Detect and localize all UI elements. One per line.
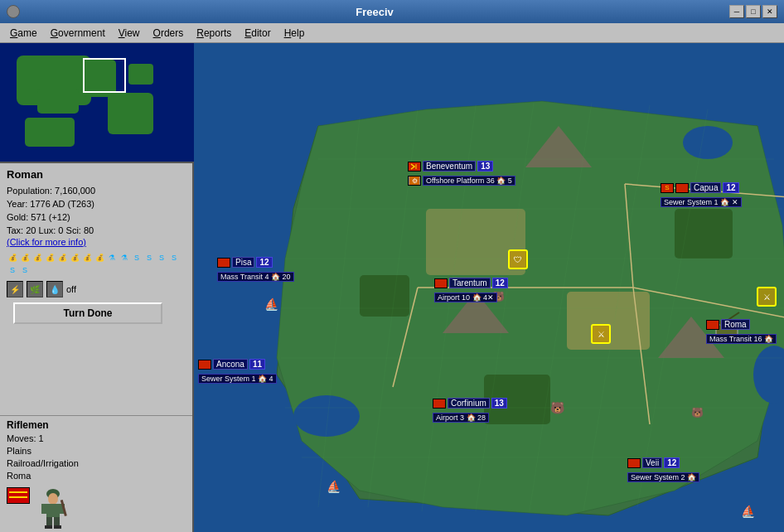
maximize-button[interactable]: □ bbox=[746, 5, 761, 18]
svg-rect-18 bbox=[360, 275, 409, 317]
menu-game[interactable]: Game bbox=[3, 26, 44, 41]
unit-name: Riflemen bbox=[7, 419, 186, 431]
svg-text:🐻: 🐻 bbox=[550, 401, 565, 415]
svg-text:⚔: ⚔ bbox=[763, 293, 771, 302]
minimap-viewport bbox=[83, 58, 126, 93]
svg-text:🛡: 🛡 bbox=[514, 255, 522, 264]
svg-rect-50 bbox=[716, 325, 738, 341]
off-label: off bbox=[66, 284, 76, 294]
menu-bar: Game Government View Orders Reports Edit… bbox=[0, 23, 784, 43]
tax-coin-7: 💰 bbox=[81, 252, 93, 264]
menu-editor[interactable]: Editor bbox=[238, 26, 277, 41]
unit-location: Roma bbox=[7, 470, 186, 482]
title-bar: Freeciv ─ □ ✕ bbox=[0, 0, 784, 23]
svg-rect-8 bbox=[45, 525, 52, 529]
tax-coin-1: 💰 bbox=[7, 252, 18, 264]
window-title: Freeciv bbox=[20, 6, 729, 18]
minimap-land-4 bbox=[25, 118, 75, 147]
tax-info: Tax: 20 Lux: 0 Sci: 80 bbox=[7, 224, 186, 237]
tax-coin-3: 💰 bbox=[31, 252, 43, 264]
svg-point-14 bbox=[683, 126, 733, 159]
unit-sprite bbox=[36, 487, 70, 529]
minimap[interactable] bbox=[0, 43, 194, 163]
civ-name: Roman bbox=[7, 168, 186, 181]
tax-icons: 💰 💰 💰 💰 💰 💰 💰 💰 ⚗ ⚗ S S S S S S bbox=[7, 252, 186, 276]
menu-government[interactable]: Government bbox=[44, 26, 112, 41]
sci-icon-8: S bbox=[19, 264, 31, 276]
more-info-link[interactable]: (Click for more info) bbox=[7, 237, 186, 247]
menu-orders[interactable]: Orders bbox=[147, 26, 191, 41]
close-button[interactable]: ✕ bbox=[762, 5, 777, 18]
iso-map: ⚔ ⚔ 🛡 🐻 🐻 🐻 ⛵ ⛵ ⛵ bbox=[194, 43, 784, 532]
svg-text:🐻: 🐻 bbox=[691, 406, 704, 418]
turn-done-button[interactable]: Turn Done bbox=[13, 302, 162, 324]
year-info: Year: 1776 AD (T263) bbox=[7, 197, 186, 210]
tax-coin-4: 💰 bbox=[44, 252, 56, 264]
iso-land-svg: ⚔ ⚔ 🛡 🐻 🐻 🐻 ⛵ ⛵ ⛵ bbox=[194, 43, 784, 532]
menu-view[interactable]: View bbox=[112, 26, 147, 41]
unit-info: Riflemen Moves: 1 Plains Railroad/Irriga… bbox=[0, 415, 192, 532]
sci-icon-5: S bbox=[156, 252, 167, 264]
map-area[interactable]: ⚔ ⚔ 🛡 🐻 🐻 🐻 ⛵ ⛵ ⛵ bbox=[194, 43, 784, 532]
sci-icon-4: S bbox=[143, 252, 155, 264]
tax-coin-5: 💰 bbox=[56, 252, 68, 264]
unit-terrain: Plains bbox=[7, 445, 186, 457]
main-layout: Roman Population: 7,160,000 Year: 1776 A… bbox=[0, 43, 784, 532]
unit-flag bbox=[7, 487, 30, 504]
tax-coin-2: 💰 bbox=[19, 252, 31, 264]
sci-icon-3: S bbox=[131, 252, 143, 264]
sci-icon-7: S bbox=[7, 264, 18, 276]
status-icon-3: 💧 bbox=[46, 281, 63, 297]
gold-info: Gold: 571 (+12) bbox=[7, 210, 186, 224]
status-row: ⚡ 🌿 💧 off bbox=[7, 281, 186, 297]
sci-icon-6: S bbox=[168, 252, 180, 264]
svg-rect-2 bbox=[46, 504, 60, 517]
left-panel: Roman Population: 7,160,000 Year: 1776 A… bbox=[0, 43, 194, 532]
unit-moves: Moves: 1 bbox=[7, 433, 186, 445]
menu-help[interactable]: Help bbox=[278, 26, 312, 41]
svg-point-1 bbox=[48, 493, 58, 505]
svg-rect-3 bbox=[41, 504, 46, 514]
info-panel: Roman Population: 7,160,000 Year: 1776 A… bbox=[0, 163, 192, 415]
sci-icon-2: ⚗ bbox=[119, 252, 130, 264]
svg-text:⛵: ⛵ bbox=[264, 297, 279, 312]
svg-rect-51 bbox=[720, 321, 733, 326]
unit-sprite-area bbox=[7, 487, 186, 529]
title-buttons: ─ □ ✕ bbox=[729, 5, 777, 18]
sci-icon-1: ⚗ bbox=[106, 252, 118, 264]
tax-coin-6: 💰 bbox=[69, 252, 80, 264]
minimap-land-6 bbox=[128, 64, 153, 85]
app-icon bbox=[7, 5, 20, 18]
minimap-land-2 bbox=[37, 89, 79, 114]
menu-reports[interactable]: Reports bbox=[190, 26, 238, 41]
population-info: Population: 7,160,000 bbox=[7, 184, 186, 197]
minimap-land-5 bbox=[108, 93, 153, 134]
svg-text:⚔: ⚔ bbox=[598, 330, 605, 339]
status-icon-1: ⚡ bbox=[7, 281, 23, 297]
minimize-button[interactable]: ─ bbox=[729, 5, 744, 18]
unit-improvement: Railroad/Irrigation bbox=[7, 457, 186, 470]
tax-coin-8: 💰 bbox=[94, 252, 105, 264]
svg-text:⛵: ⛵ bbox=[327, 480, 341, 494]
svg-rect-19 bbox=[675, 209, 733, 259]
svg-text:🐻: 🐻 bbox=[492, 290, 505, 302]
status-icon-2: 🌿 bbox=[27, 281, 43, 297]
svg-rect-9 bbox=[54, 525, 61, 529]
svg-text:⛵: ⛵ bbox=[741, 505, 756, 519]
